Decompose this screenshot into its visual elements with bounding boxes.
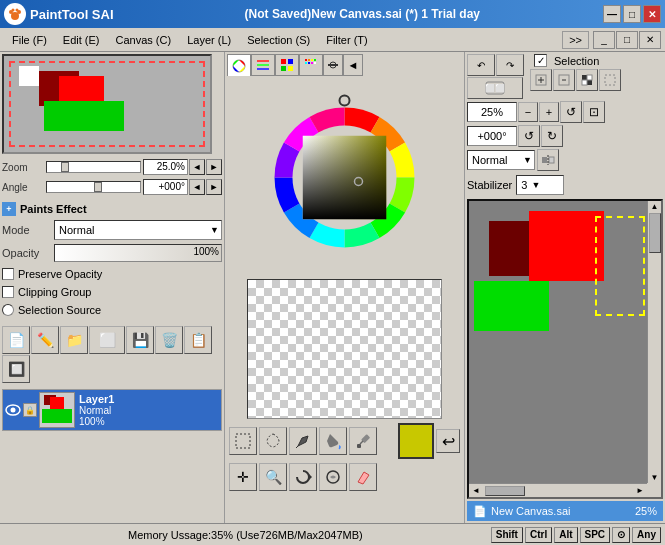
menu-file[interactable]: File (F): [4, 32, 55, 48]
scroll-down-btn[interactable]: ▼: [648, 472, 661, 483]
rotation-cw[interactable]: ↻: [541, 125, 563, 147]
logo-icon: [4, 3, 26, 25]
nav-back[interactable]: ⬜⬜: [467, 77, 523, 99]
wm-minimize[interactable]: _: [593, 31, 615, 49]
selection-source-radio[interactable]: [2, 304, 14, 316]
tool-trash[interactable]: 🗑️: [155, 326, 183, 354]
color-tab-swatches[interactable]: [275, 54, 299, 76]
select-rect-tool[interactable]: [229, 427, 257, 455]
zoom-minus-btn[interactable]: −: [518, 102, 538, 122]
color-tab-rgb[interactable]: [251, 54, 275, 76]
tool-folder[interactable]: 📁: [60, 326, 88, 354]
pen-tool[interactable]: [289, 427, 317, 455]
zoom-reset-btn[interactable]: ↺: [560, 101, 582, 123]
menu-layer[interactable]: Layer (L): [179, 32, 239, 48]
clipping-group-row[interactable]: Clipping Group: [2, 284, 222, 300]
key-alt[interactable]: Alt: [554, 527, 577, 543]
stabilizer-select[interactable]: 3 ▼: [516, 175, 564, 195]
tool-new-layer[interactable]: 📄: [2, 326, 30, 354]
layer-row[interactable]: 🔒 Layer1 Normal 100%: [3, 390, 221, 430]
layer-lock-icon[interactable]: 🔒: [23, 403, 37, 417]
zoom-increase[interactable]: ►: [206, 159, 222, 175]
key-any[interactable]: Any: [632, 527, 661, 543]
zoom-value: 25.0%: [143, 159, 188, 175]
eraser-tool[interactable]: [349, 463, 377, 491]
flip-horizontal-btn[interactable]: [537, 149, 559, 171]
tool-save[interactable]: 💾: [126, 326, 154, 354]
mode-select[interactable]: Normal ▼: [54, 220, 222, 240]
rotate-canvas-btn[interactable]: ↩: [436, 429, 460, 453]
color-tab-wheel[interactable]: [227, 54, 251, 76]
color-wheel-container[interactable]: [247, 80, 442, 275]
selection-source-row[interactable]: Selection Source: [2, 302, 222, 318]
selection-checkbox[interactable]: ✓: [534, 54, 547, 67]
wm-maximize[interactable]: □: [616, 31, 638, 49]
angle-decrease[interactable]: ◄: [189, 179, 205, 195]
normal-mode-select[interactable]: Normal ▼: [467, 150, 535, 170]
horizontal-scrollbar[interactable]: ◄ ►: [469, 483, 647, 497]
color-tab-palette[interactable]: [299, 54, 323, 76]
color-tab-extra[interactable]: [323, 54, 343, 76]
rotation-ccw[interactable]: ↺: [518, 125, 540, 147]
tool-extra1[interactable]: 📋: [184, 326, 212, 354]
clipping-group-checkbox[interactable]: [2, 286, 14, 298]
canvas-viewport[interactable]: ▲ ▼ ◄ ►: [467, 199, 663, 499]
menu-filter[interactable]: Filter (T): [318, 32, 376, 48]
smear-tool[interactable]: [319, 463, 347, 491]
scroll-left-btn[interactable]: ◄: [469, 485, 483, 496]
tool-copy[interactable]: ⬜: [89, 326, 125, 354]
sel-icon-3[interactable]: [576, 69, 598, 91]
angle-slider[interactable]: [46, 181, 141, 193]
mode-value: Normal: [59, 224, 94, 236]
layer-thumb-red: [50, 397, 64, 409]
scroll-up-btn[interactable]: ▲: [648, 201, 661, 212]
lasso-tool[interactable]: [259, 427, 287, 455]
drawing-canvas-area[interactable]: [247, 279, 442, 419]
zoom-fit-btn[interactable]: ⊡: [583, 101, 605, 123]
preserve-opacity-checkbox[interactable]: [2, 268, 14, 280]
maximize-button[interactable]: □: [623, 5, 641, 23]
menu-selection[interactable]: Selection (S): [239, 32, 318, 48]
minimize-button[interactable]: —: [603, 5, 621, 23]
move-tool[interactable]: ✛: [229, 463, 257, 491]
bucket-tool[interactable]: [319, 427, 347, 455]
sel-icon-2[interactable]: [553, 69, 575, 91]
nav-undo[interactable]: ↶: [467, 54, 495, 76]
menu-canvas[interactable]: Canvas (C): [108, 32, 180, 48]
zoom-control: Zoom 25.0% ◄ ►: [2, 158, 222, 176]
sel-icon-4[interactable]: [599, 69, 621, 91]
svg-rect-17: [311, 59, 313, 61]
zoom-slider[interactable]: [46, 161, 141, 173]
key-spc[interactable]: SPC: [580, 527, 611, 543]
opacity-slider[interactable]: 100%: [54, 244, 222, 262]
scroll-right-btn[interactable]: ►: [633, 485, 647, 496]
key-shift[interactable]: Shift: [491, 527, 523, 543]
menu-edit[interactable]: Edit (E): [55, 32, 108, 48]
close-button[interactable]: ✕: [643, 5, 661, 23]
svg-rect-42: [582, 75, 587, 80]
window-title: (Not Saved)New Canvas.sai (*) 1 Trial da…: [122, 7, 603, 21]
preserve-opacity-row[interactable]: Preserve Opacity: [2, 266, 222, 282]
nav-redo[interactable]: ↷: [496, 54, 524, 76]
sel-icon-1[interactable]: [530, 69, 552, 91]
eyedropper-tool[interactable]: [349, 427, 377, 455]
zoom-plus-btn[interactable]: +: [539, 102, 559, 122]
vertical-scrollbar[interactable]: ▲ ▼: [647, 201, 661, 483]
key-ctrl[interactable]: Ctrl: [525, 527, 552, 543]
tool-extra2[interactable]: 🔲: [2, 355, 30, 383]
scroll-v-thumb[interactable]: [649, 213, 661, 253]
key-rotation[interactable]: ⊙: [612, 527, 630, 543]
angle-increase[interactable]: ►: [206, 179, 222, 195]
vp-selection-dashed: [595, 216, 645, 316]
rotate-tool[interactable]: [289, 463, 317, 491]
zoom-decrease[interactable]: ◄: [189, 159, 205, 175]
selection-check-row[interactable]: ✓ Selection: [534, 54, 621, 67]
menu-more[interactable]: >>: [562, 31, 589, 49]
scroll-h-thumb[interactable]: [485, 486, 525, 496]
wm-close[interactable]: ✕: [639, 31, 661, 49]
zoom-tool[interactable]: 🔍: [259, 463, 287, 491]
tool-edit[interactable]: ✏️: [31, 326, 59, 354]
layer-visibility-icon[interactable]: [5, 402, 21, 418]
foreground-color[interactable]: [398, 423, 434, 459]
color-tab-scroll[interactable]: ◄: [343, 54, 363, 76]
